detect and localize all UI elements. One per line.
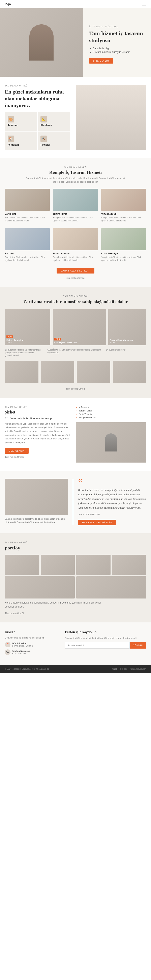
komple-card-yenilikler: yenilikler Sample text Click to select t… <box>5 189 50 222</box>
privacy-link[interactable]: Gizlilik Politikası <box>112 668 127 670</box>
logo: logo <box>5 2 11 6</box>
sirket-tag: Tam mekan Örneği <box>5 406 70 408</box>
sirket-section: Tam mekan Örneği Şirket Çözümlerimiz ile… <box>0 398 151 471</box>
bizkimiz-image <box>53 189 98 211</box>
portfoy-more-link[interactable]: Tüm mekan Örneği <box>5 612 146 614</box>
quote-author: JOHN DOE / GEZGİN <box>78 513 146 515</box>
projeler-icon: 🔨 <box>40 135 47 142</box>
oda-3-info: Daire - Park Manzaralı 74 m² <box>110 339 133 344</box>
oda-3-desc: By düzenleme bildirisi. <box>106 348 146 352</box>
tasarim-icon: 🎨 <box>8 116 14 123</box>
portfoy-desc: Konut, ticari ve perakende sektörlerinde… <box>5 601 106 609</box>
oda-2-info: YENİ Çift Kişilik Deliks Oda <box>55 336 77 344</box>
phone-value: +123-456-7890 <box>12 652 31 655</box>
oda-2-badge: YENİ <box>55 338 61 340</box>
sirket-left: Tam mekan Örneği Şirket Çözümlerimiz ile… <box>5 406 70 463</box>
quote-btn[interactable]: DAHA FAZLA BİLGİ EDİN <box>78 520 116 525</box>
komple-card-vizyon: Vizyonumuz Sample text Click to select t… <box>101 189 146 222</box>
oda-card-1: YENİ Daire - Zemişkat 76 m² <box>5 309 50 345</box>
oda-1-title: Daire - Zemişkat <box>6 339 24 342</box>
hero-content: İç tasarım stüdyosu Tam hizmet iç tasarı… <box>83 8 151 76</box>
phone-text: Telefon Numarası +123-456-7890 <box>12 650 31 655</box>
icmekan-title: İç mekan <box>8 143 19 146</box>
hero-list-item-2: Reklam minimum düzeyde kullanın <box>93 51 145 54</box>
vizyon-image <box>101 189 146 211</box>
address-text: Ofis Adresimiz Şehrin güzel, Günlük <box>12 642 33 647</box>
portfoy-header: Tam mekan Örneği portföy <box>5 541 146 550</box>
footer-phone-item: 📞 Telefon Numarası +123-456-7890 <box>5 649 59 655</box>
oda-2-title: Çift Kişilik Deliks Oda <box>55 341 77 344</box>
sirket-title: Şirket <box>5 410 70 415</box>
quote-right: “ Bence bir tarz varsa, bu antropolojiye… <box>73 479 146 525</box>
komple-row-1: yenilikler Sample text Click to select t… <box>5 189 146 222</box>
mekan-section: Tam mekan Örneği En güzel mekanların ruh… <box>0 76 151 158</box>
rahat-image <box>53 228 98 250</box>
sirket-right: İç Tasarım Yaratıcı Dizgi Proje Yönetimi… <box>76 406 146 463</box>
oda-1-desc: By düzenleme bildirisi ve editör sayfası… <box>5 348 45 357</box>
oda-card-2: YENİ Çift Kişilik Deliks Oda <box>53 309 106 345</box>
bulten-email-input[interactable] <box>65 642 130 649</box>
terms-link[interactable]: Kullanım Koşulları <box>130 668 146 670</box>
oda-3-desc-container: By düzenleme bildirisi. <box>106 348 146 357</box>
navbar: logo <box>0 0 151 8</box>
hero-section: İç tasarım stüdyosu Tam hizmet iç tasarı… <box>0 8 151 76</box>
odalar-title: Zarif ama rustik bir atmosfere sahip ola… <box>5 299 146 304</box>
odalar-bottom-row <box>5 361 146 384</box>
portfoy-item-1 <box>5 555 39 575</box>
komple-card-rahat: Rahat Alanlar Sample text Click to selec… <box>53 228 98 262</box>
quote-left: Sample text Click to select the text box… <box>5 479 73 525</box>
bulten-title: Bülten için kaydolun <box>65 630 146 634</box>
oda-bottom-3 <box>77 361 110 384</box>
quote-image <box>5 479 68 515</box>
phone-label: Telefon Numarası <box>12 650 31 652</box>
bulten-submit-button[interactable]: GÖNDER <box>130 642 146 649</box>
komple-more-button[interactable]: DAHA FAZLA BİLGİ EDİN <box>56 268 95 274</box>
sirket-desc: Mekan şirkimiz ile yapı üzerimizle olara… <box>5 422 70 444</box>
hero-title: Tam hizmet iç tasarım stüdyosu <box>89 30 145 44</box>
sirket-more-link[interactable]: Tüm mekan Örneği <box>5 456 70 458</box>
sirket-btn[interactable]: BİZE ULAŞIN <box>5 448 29 454</box>
hero-cta-button[interactable]: BİZE ULAŞIN <box>89 58 113 64</box>
mekan-card-planlama: 📐 Planlama <box>38 112 70 131</box>
bulten-desc: Sample text Click to select the text box… <box>65 636 146 640</box>
sirket-image <box>76 422 146 463</box>
oda-1-size: 76 m² <box>6 342 24 344</box>
quote-text: Bence bir tarz varsa, bu antropolojiye –… <box>78 488 146 510</box>
portfoy-section: Tam mekan Örneği portföy Konut, ticari v… <box>0 533 151 622</box>
odalar-section: Tam geçmiş Örneği Zarif ama rustik bir a… <box>0 287 151 398</box>
sirket-subtitle: Çözümlerimiz ile birlikte ve sıfır sıra … <box>5 417 70 420</box>
oda-bottom-4 <box>113 361 146 384</box>
komple-desc: Sample text Click to select the text box… <box>25 177 126 184</box>
rahat-title: Rahat Alanlar <box>53 252 98 255</box>
mekan-right-image <box>76 85 146 150</box>
oda-b1-image <box>5 361 39 383</box>
evofisi-title: Ev ofisi <box>5 252 50 255</box>
footer-copyright: © 2024 İç Tasarım Stüdyosu. Tüm hakları … <box>5 668 49 670</box>
luks-title: Lüks Mobilya <box>101 252 146 255</box>
tasarim-title: Tasarım <box>8 124 18 127</box>
quote-sub-text: Sample text Click to select the text box… <box>5 517 68 524</box>
rahat-text: Sample text Click to select the text box… <box>53 256 98 262</box>
hero-list: Daha fazla bilgi Reklam minimum düzeyde … <box>89 47 145 54</box>
mekan-card-grid: 🎨 Tasarım 📐 Planlama 🏠 İç mekan 🔨 Projel… <box>5 112 70 150</box>
oda-3-size: 74 m² <box>110 342 133 344</box>
oda-3-title: Daire - Park Manzaralı <box>110 339 133 342</box>
sirket-list-item-4: Stüdyo Hakkında <box>76 416 146 419</box>
yenilikler-title: yenilikler <box>5 212 50 215</box>
komple-more-link[interactable]: Tüm mekan Örneği <box>5 277 146 279</box>
luks-text: Sample text Click to select the text box… <box>101 256 146 262</box>
komple-card-bizkimiz: Bizim kimiz Sample text Click to select … <box>53 189 98 222</box>
menu-button[interactable] <box>142 3 146 5</box>
kisi-title: Kişiler <box>5 630 59 634</box>
address-value: Şehrin güzel, Günlük <box>12 644 33 647</box>
hero-image <box>0 8 83 76</box>
odalar-more-link[interactable]: Tüm geçmiş Örneği <box>5 388 146 390</box>
portfoy-item-6 <box>76 576 146 598</box>
oda-bottom-2 <box>41 361 74 384</box>
footer-top: Kişiler Çözümlerimiz ile birlikte ve sıf… <box>0 622 151 665</box>
footer-bottom-links: Gizlilik Politikası Kullanım Koşulları <box>112 668 146 670</box>
komple-tag: Tam mekan Örneği <box>5 166 146 169</box>
mekan-card-tasarim: 🎨 Tasarım <box>5 112 37 131</box>
bulten-form: GÖNDER <box>65 642 146 649</box>
oda-bottom-1 <box>5 361 39 384</box>
